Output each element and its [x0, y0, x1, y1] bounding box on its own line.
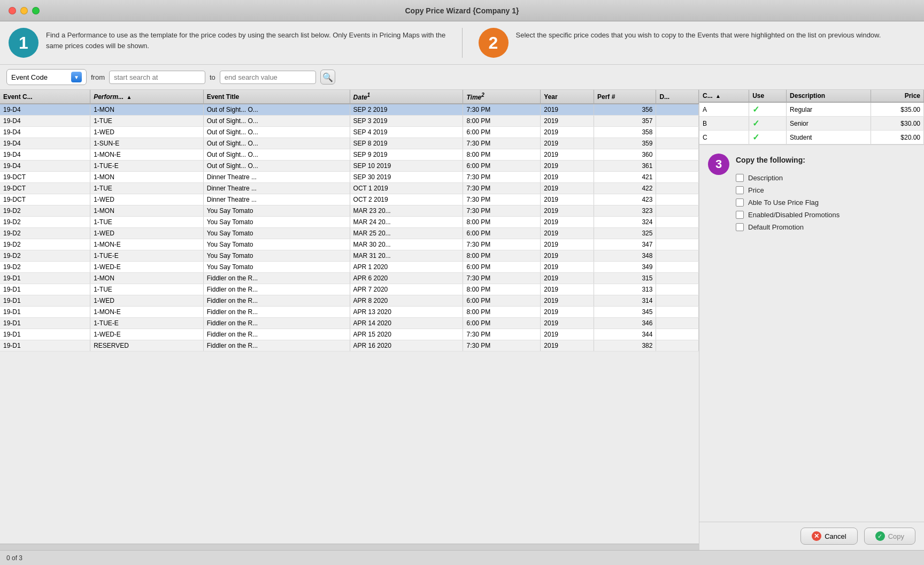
- table-row[interactable]: 19-D4 1-WED Out of Sight... O... SEP 4 2…: [0, 127, 699, 138]
- cell-d: [656, 138, 699, 149]
- col-use[interactable]: Use: [749, 90, 787, 102]
- cell-year: 2019: [541, 183, 594, 194]
- col-event-title[interactable]: Event Title: [203, 90, 350, 104]
- checkbox-price[interactable]: [736, 186, 744, 194]
- table-row[interactable]: 19-D1 1-MON Fiddler on the R... APR 6 20…: [0, 273, 699, 284]
- col-year[interactable]: Year: [541, 90, 594, 104]
- cell-d: [656, 262, 699, 273]
- copy-option-description[interactable]: Description: [736, 174, 840, 182]
- price-codes-table-container: C... ▲ Use Description Price A ✓ Regular…: [699, 90, 924, 145]
- table-row[interactable]: 19-D1 1-WED-E Fiddler on the R... APR 15…: [0, 329, 699, 340]
- copy-option-price[interactable]: Price: [736, 186, 840, 194]
- copy-option-default_promo[interactable]: Default Promotion: [736, 223, 840, 231]
- cancel-icon: ✕: [812, 531, 821, 541]
- table-row[interactable]: 19-DCT 1-WED Dinner Theatre ... OCT 2 20…: [0, 194, 699, 205]
- table-row[interactable]: 19-D4 1-MON-E Out of Sight... O... SEP 9…: [0, 149, 699, 161]
- cell-description: Regular: [787, 102, 871, 117]
- cell-event-title: Fiddler on the R...: [203, 329, 350, 340]
- copy-button[interactable]: ✓ Copy: [864, 528, 915, 545]
- cell-event-title: Dinner Theatre ...: [203, 183, 350, 194]
- col-perf-num[interactable]: Perf #: [594, 90, 656, 104]
- col-event-code[interactable]: Event C...: [0, 90, 90, 104]
- copy-option-promotions[interactable]: Enabled/Disabled Promotions: [736, 211, 840, 219]
- table-row[interactable]: 19-D4 1-TUE-E Out of Sight... O... SEP 1…: [0, 161, 699, 172]
- cell-performance: 1-MON-E: [90, 149, 204, 161]
- cell-time: 6:00 PM: [463, 295, 541, 307]
- col-performance[interactable]: Perform... ▲: [90, 90, 204, 104]
- cell-event-code: 19-D1: [0, 284, 90, 295]
- cell-use: ✓: [749, 117, 787, 131]
- checkbox-default_promo[interactable]: [736, 223, 744, 231]
- cell-date: MAR 25 20...: [350, 228, 463, 239]
- step2-text: Select the specific price codes that you…: [516, 28, 881, 41]
- table-row[interactable]: 19-D2 1-MON You Say Tomato MAR 23 20... …: [0, 205, 699, 217]
- table-row[interactable]: 19-D2 1-TUE You Say Tomato MAR 24 20... …: [0, 217, 699, 228]
- cell-year: 2019: [541, 273, 594, 284]
- cell-d: [656, 329, 699, 340]
- table-row[interactable]: 19-D1 1-WED Fiddler on the R... APR 8 20…: [0, 295, 699, 307]
- table-row[interactable]: 19-D4 1-SUN-E Out of Sight... O... SEP 8…: [0, 138, 699, 149]
- right-panel: C... ▲ Use Description Price A ✓ Regular…: [699, 90, 924, 550]
- table-row[interactable]: 19-D1 RESERVED Fiddler on the R... APR 1…: [0, 340, 699, 352]
- search-button[interactable]: 🔍: [320, 70, 335, 85]
- close-button[interactable]: [9, 7, 16, 14]
- table-row[interactable]: 19-D1 1-TUE-E Fiddler on the R... APR 14…: [0, 318, 699, 329]
- cell-date: SEP 8 2019: [350, 138, 463, 149]
- content-area: Event C... Perform... ▲ Event Title Date…: [0, 90, 924, 550]
- minimize-button[interactable]: [20, 7, 28, 14]
- horizontal-scrollbar[interactable]: [0, 544, 699, 550]
- start-search-input[interactable]: [109, 71, 205, 84]
- cell-d: [656, 217, 699, 228]
- table-row[interactable]: 19-D2 1-MON-E You Say Tomato MAR 30 20..…: [0, 239, 699, 250]
- cell-perf-num: 349: [594, 262, 656, 273]
- cell-code: C: [699, 131, 749, 144]
- cell-d: [656, 161, 699, 172]
- cell-event-code: 19-D4: [0, 116, 90, 127]
- cell-event-code: 19-D2: [0, 262, 90, 273]
- col-time[interactable]: Time2: [463, 90, 541, 104]
- table-row[interactable]: 19-DCT 1-TUE Dinner Theatre ... OCT 1 20…: [0, 183, 699, 194]
- checkbox-description[interactable]: [736, 174, 744, 182]
- col-description[interactable]: Description: [787, 90, 871, 102]
- cell-date: APR 14 2020: [350, 318, 463, 329]
- cell-year: 2019: [541, 172, 594, 183]
- table-row[interactable]: 19-D4 1-MON Out of Sight... O... SEP 2 2…: [0, 104, 699, 116]
- cell-year: 2019: [541, 161, 594, 172]
- price-code-row[interactable]: B ✓ Senior $30.00: [699, 117, 924, 131]
- checkbox-promotions[interactable]: [736, 211, 744, 219]
- cell-time: 6:00 PM: [463, 228, 541, 239]
- search-field-dropdown[interactable]: Event Code ▼: [6, 69, 87, 85]
- cell-performance: 1-WED: [90, 194, 204, 205]
- col-price[interactable]: Price: [871, 90, 923, 102]
- window-controls[interactable]: [9, 7, 40, 14]
- cell-event-code: 19-D4: [0, 138, 90, 149]
- table-row[interactable]: 19-D2 1-WED-E You Say Tomato APR 1 2020 …: [0, 262, 699, 273]
- table-row[interactable]: 19-D1 1-TUE Fiddler on the R... APR 7 20…: [0, 284, 699, 295]
- col-code[interactable]: C... ▲: [699, 90, 749, 102]
- end-search-input[interactable]: [220, 71, 316, 84]
- cell-date: APR 1 2020: [350, 262, 463, 273]
- cell-performance: 1-MON: [90, 172, 204, 183]
- table-row[interactable]: 19-D1 1-MON-E Fiddler on the R... APR 13…: [0, 307, 699, 318]
- cell-d: [656, 284, 699, 295]
- table-row[interactable]: 19-DCT 1-MON Dinner Theatre ... SEP 30 2…: [0, 172, 699, 183]
- events-table-scroll[interactable]: Event C... Perform... ▲ Event Title Date…: [0, 90, 699, 544]
- cell-performance: 1-WED: [90, 228, 204, 239]
- cell-date: APR 16 2020: [350, 340, 463, 352]
- dropdown-arrow-icon[interactable]: ▼: [71, 72, 82, 82]
- table-row[interactable]: 19-D2 1-TUE-E You Say Tomato MAR 31 20..…: [0, 250, 699, 262]
- cell-event-title: Dinner Theatre ...: [203, 172, 350, 183]
- col-date[interactable]: Date1: [350, 90, 463, 104]
- checkbox-able_to_use[interactable]: [736, 198, 744, 207]
- cell-perf-num: 314: [594, 295, 656, 307]
- col-d[interactable]: D...: [656, 90, 699, 104]
- events-table-body: 19-D4 1-MON Out of Sight... O... SEP 2 2…: [0, 104, 699, 352]
- table-row[interactable]: 19-D4 1-TUE Out of Sight... O... SEP 3 2…: [0, 116, 699, 127]
- maximize-button[interactable]: [32, 7, 40, 14]
- cancel-button[interactable]: ✕ Cancel: [800, 528, 857, 545]
- price-code-row[interactable]: A ✓ Regular $35.00: [699, 102, 924, 117]
- cell-code: B: [699, 117, 749, 131]
- table-row[interactable]: 19-D2 1-WED You Say Tomato MAR 25 20... …: [0, 228, 699, 239]
- copy-option-able_to_use[interactable]: Able To Use Price Flag: [736, 198, 840, 207]
- price-code-row[interactable]: C ✓ Student $20.00: [699, 131, 924, 144]
